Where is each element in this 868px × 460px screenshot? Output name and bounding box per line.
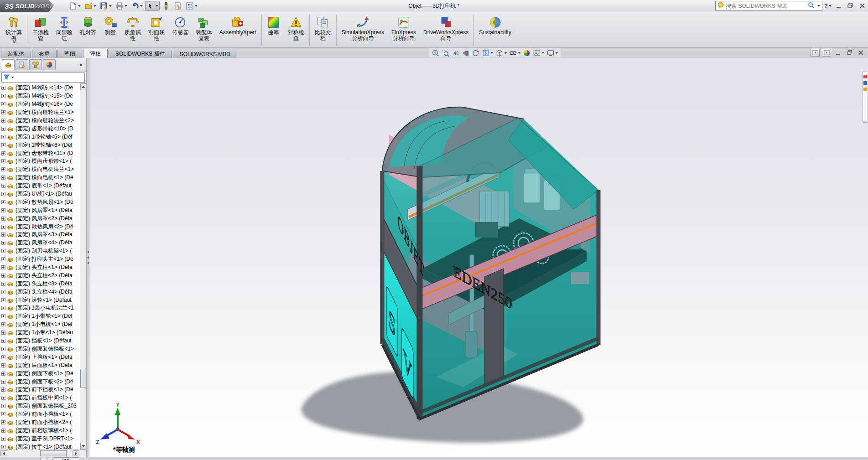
measure-button[interactable]: 测量 <box>100 13 121 47</box>
expander-plus-icon[interactable] <box>1 274 5 278</box>
tree-item[interactable]: (固定) 横向链轮法兰<2> <box>0 117 80 125</box>
sustainability-button[interactable]: Sustainability <box>475 13 515 47</box>
expander-plus-icon[interactable] <box>1 143 5 147</box>
configurationmanager-tab[interactable] <box>29 59 42 70</box>
search-dropdown-caret-icon[interactable] <box>817 5 820 7</box>
expander-plus-icon[interactable] <box>1 110 5 114</box>
tree-item[interactable]: (固定) 后面板<1> (Défa <box>0 361 80 369</box>
model-tab[interactable]: 模型 <box>54 457 79 460</box>
tree-item[interactable]: (固定) 1小带<1> (Défau <box>0 329 80 337</box>
section-properties-button[interactable]: 剖面属性 <box>145 13 168 47</box>
options-button[interactable] <box>184 1 199 11</box>
zoom-area-button[interactable] <box>441 48 450 57</box>
expander-plus-icon[interactable] <box>1 331 5 335</box>
curvature-button[interactable]: 曲率 <box>263 13 284 47</box>
tree-item[interactable]: (固定) 头立柱<3> (Défa <box>0 279 80 288</box>
select-button[interactable] <box>145 1 160 11</box>
search-icon[interactable] <box>808 2 815 10</box>
task-pane-strip[interactable] <box>863 72 868 123</box>
expander-plus-icon[interactable] <box>1 94 5 98</box>
expander-plus-icon[interactable] <box>1 420 5 424</box>
expander-plus-icon[interactable] <box>1 355 5 359</box>
previous-view-button[interactable] <box>451 48 460 57</box>
tab-command-4[interactable]: SOLIDWORKS 插件 <box>109 50 172 58</box>
expander-plus-icon[interactable] <box>1 363 5 367</box>
tree-item[interactable]: (固定) M4螺钉<14> (De <box>0 84 80 92</box>
hide-show-items-button[interactable] <box>508 48 521 57</box>
horizontal-scroll-thumb[interactable] <box>40 450 67 456</box>
tab-command-2[interactable]: 草图 <box>57 50 82 58</box>
tree-item[interactable]: (固定) 散热风扇<1> (Dé <box>0 198 80 206</box>
help-button[interactable]: ? <box>824 2 832 9</box>
tree-item[interactable]: (固定) 1带轮轴<5> (Déf <box>0 133 80 141</box>
tree-item[interactable]: (固定) 头立柱<1> (Défa <box>0 264 80 272</box>
expander-plus-icon[interactable] <box>1 159 5 163</box>
expander-plus-icon[interactable] <box>1 372 5 376</box>
tree-item[interactable]: (固定) 底带<1> (Défaut <box>0 182 80 190</box>
tree-item[interactable]: (固定) 侧面装饰挡板<1> <box>0 345 80 353</box>
close-button[interactable] <box>857 2 867 10</box>
expander-plus-icon[interactable] <box>1 241 5 245</box>
expander-plus-icon[interactable] <box>1 151 5 155</box>
tree-item[interactable]: (固定) 横向电机<1> (Dé <box>0 174 80 182</box>
featuremanager-tab[interactable] <box>2 59 15 70</box>
tree-item[interactable]: (固定) 风扇罩<4> (Défa <box>0 239 80 247</box>
filter-icon[interactable] <box>3 74 10 82</box>
tree-item[interactable]: (固定) 前挡板中间<1> ( <box>0 394 80 402</box>
tree-item[interactable]: (固定) 横向链轮法兰<1> <box>0 109 80 117</box>
expander-plus-icon[interactable] <box>1 135 5 139</box>
tree-item[interactable]: (固定) 上挡板<1> (Défa <box>0 353 80 361</box>
compare-docs-button[interactable]: 比较文档 <box>311 13 335 47</box>
scroll-right-button[interactable] <box>73 450 79 456</box>
tree-item[interactable]: (固定) 盖子SLDPRT<1> <box>0 434 80 443</box>
expander-plus-icon[interactable] <box>1 380 5 384</box>
tree-item[interactable]: (固定) M4螺钉<15> (De <box>0 92 80 100</box>
edit-appearance-button[interactable] <box>522 48 531 57</box>
tab-command-5[interactable]: SOLIDWORKS MBD <box>173 50 237 58</box>
expander-plus-icon[interactable] <box>1 429 5 433</box>
tree-item[interactable]: (固定) 前面小挡板<1> ( <box>0 410 80 419</box>
expander-plus-icon[interactable] <box>1 314 5 318</box>
view-orientation-button[interactable] <box>481 48 494 57</box>
expander-plus-icon[interactable] <box>1 167 5 171</box>
tab-evaluate[interactable]: 评估 <box>83 49 108 58</box>
3d-printer-model[interactable]: S V OBJET EDEN250 <box>89 58 868 457</box>
tree-item[interactable]: (固定) 1带轮轴<6> (Déf <box>0 141 80 149</box>
tree-item[interactable]: (固定) 前下挡板<1> (Dé <box>0 386 80 394</box>
file-properties-button[interactable] <box>172 1 183 11</box>
tab-command-0[interactable]: 装配体 <box>1 50 31 58</box>
tree-item[interactable]: (固定) 打印头主<1> (Dé <box>0 255 80 264</box>
expander-plus-icon[interactable] <box>1 265 5 269</box>
tree-item[interactable]: (固定) 齿形带轮<11> (D <box>0 149 80 157</box>
symmetry-check-button[interactable]: 对称检查 <box>284 13 308 47</box>
tree-item[interactable]: (固定) 侧面下板<2> (Dé <box>0 377 80 386</box>
expander-plus-icon[interactable] <box>1 412 5 416</box>
expander-plus-icon[interactable] <box>1 347 5 351</box>
zoom-fit-button[interactable] <box>431 48 440 57</box>
expander-plus-icon[interactable] <box>1 404 5 408</box>
scroll-up-button[interactable] <box>80 83 86 90</box>
tree-item[interactable]: (固定) 风扇罩<2> (Défa <box>0 214 80 222</box>
save-button[interactable] <box>99 1 113 11</box>
tree-item[interactable]: (固定) 前面小挡板<2> ( <box>0 419 80 427</box>
simulationxpress-button[interactable]: SimulationXpress分析向导 <box>338 13 388 47</box>
tree-item[interactable]: (固定) 挡板<1> (Défaut <box>0 337 80 345</box>
expander-plus-icon[interactable] <box>1 208 5 212</box>
expander-plus-icon[interactable] <box>1 176 5 180</box>
doc-close-button[interactable] <box>856 49 865 57</box>
doc-restore-button[interactable] <box>845 49 854 57</box>
tree-item[interactable]: (固定) 滚轮<1> (Défaut <box>0 296 80 304</box>
expander-plus-icon[interactable] <box>1 322 5 326</box>
tree-item[interactable]: (固定) 齿形带轮<10> (D <box>0 124 80 133</box>
driveworksxpress-button[interactable]: DriveWorksXpress向导 <box>420 13 472 47</box>
open-button[interactable] <box>83 1 98 11</box>
expander-plus-icon[interactable] <box>1 437 5 441</box>
tree-horizontal-scrollbar[interactable] <box>0 450 86 457</box>
sensor-button[interactable]: 传感器 <box>168 13 192 47</box>
expander-plus-icon[interactable] <box>1 200 5 204</box>
expander-plus-icon[interactable] <box>1 257 5 261</box>
pane-previous-button[interactable] <box>811 49 820 57</box>
tree-item[interactable]: (固定) 头立柱<2> (Défa <box>0 271 80 279</box>
pane-next-button[interactable] <box>822 49 831 57</box>
restore-button[interactable] <box>845 2 855 10</box>
